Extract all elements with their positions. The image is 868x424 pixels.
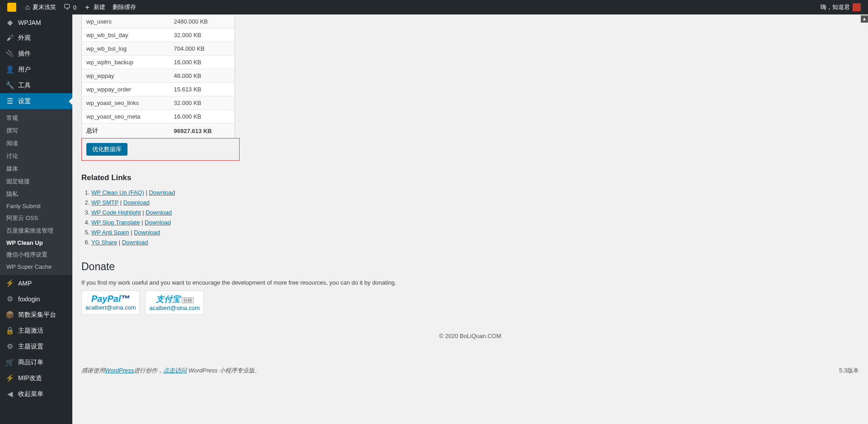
related-item: WP Code Highlight | Download: [91, 208, 859, 218]
table-row: wp_wpfm_backup16.000 KB: [82, 56, 235, 69]
download-link[interactable]: Download: [122, 239, 148, 246]
table-size-cell: 32.000 KB: [170, 29, 235, 42]
menu-label: MIP改造: [18, 374, 42, 382]
menu-收起菜单[interactable]: ◀收起菜单: [0, 386, 72, 402]
menu-主题设置[interactable]: ⚙主题设置: [0, 338, 72, 354]
plugin-link[interactable]: WP Anti Spam: [91, 229, 129, 236]
clear-cache-label: 删除缓存: [113, 3, 136, 11]
menu-外观[interactable]: 🖌外观: [0, 30, 72, 46]
bolt-icon: ⚡: [5, 374, 14, 382]
table-size-cell: 32.000 KB: [170, 96, 235, 110]
menu-设置[interactable]: ☰设置: [0, 93, 72, 109]
table-name-cell: wp_yoast_seo_links: [82, 96, 170, 110]
comments-count: 0: [73, 4, 76, 11]
greeting-text: 嗨，知道君: [821, 3, 850, 11]
plug-icon: 🔌: [5, 49, 14, 58]
submenu-微信小程序设置[interactable]: 微信小程序设置: [0, 248, 72, 261]
table-size-cell: 2480.000 KB: [170, 15, 235, 29]
submenu-常规[interactable]: 常规: [0, 112, 72, 124]
table-row: wp_users2480.000 KB: [82, 15, 235, 29]
menu-label: 主题激活: [18, 327, 43, 335]
submenu-讨论[interactable]: 讨论: [0, 150, 72, 162]
submenu-隐私[interactable]: 隐私: [0, 188, 72, 200]
wordpress-link[interactable]: WordPress: [105, 367, 134, 374]
submenu-阿里云 OSS[interactable]: 阿里云 OSS: [0, 212, 72, 224]
menu-foxlogin[interactable]: ⚙foxlogin: [0, 291, 72, 307]
download-link[interactable]: Download: [123, 199, 150, 206]
menu-主题激活[interactable]: 🔒主题激活: [0, 323, 72, 338]
submenu-百度搜索推送管理[interactable]: 百度搜索推送管理: [0, 224, 72, 237]
avatar-icon: [853, 3, 861, 11]
total-size: 96927.613 KB: [170, 124, 235, 138]
cart-icon: 🛒: [5, 358, 14, 367]
table-row: wp_yoast_seo_links32.000 KB: [82, 96, 235, 110]
table-name-cell: wp_wppay: [82, 69, 170, 83]
submenu-撰写[interactable]: 撰写: [0, 124, 72, 137]
site-name-menu[interactable]: ⌂夏末浅笑: [22, 0, 60, 14]
admin-sidebar: ◆WPJAM🖌外观🔌插件👤用户🔧工具☰设置 常规撰写阅读讨论媒体固定链接隐私Fa…: [0, 14, 72, 424]
table-size-cell: 16.000 KB: [170, 110, 235, 124]
plus-icon: ＋: [84, 4, 91, 11]
menu-WPJAM[interactable]: ◆WPJAM: [0, 14, 72, 30]
plugin-link[interactable]: WP SMTP: [91, 199, 118, 206]
menu-AMP[interactable]: ⚡AMP: [0, 275, 72, 291]
donate-alipay[interactable]: 支付宝捐赠 acalbert@sina.com: [145, 291, 203, 314]
plugin-link[interactable]: WP Code Highlight: [91, 209, 141, 216]
menu-MIP改造[interactable]: ⚡MIP改造: [0, 370, 72, 386]
related-item: WP Clean Up (FAQ) | Download: [91, 188, 859, 198]
visit-link[interactable]: 点击访问: [163, 367, 187, 374]
wordpress-logo-icon: [7, 3, 16, 12]
comments-menu[interactable]: 🗨0: [60, 0, 80, 14]
optimize-highlight: 优化数据库: [81, 138, 240, 161]
menu-label: 简数采集平台: [18, 311, 56, 319]
download-link[interactable]: Download: [145, 219, 171, 226]
donate-heading: Donate: [81, 261, 859, 273]
menu-label: 插件: [18, 50, 31, 58]
download-link[interactable]: Download: [146, 209, 172, 216]
table-size-cell: 48.000 KB: [170, 69, 235, 83]
site-title: 夏末浅笑: [33, 3, 56, 11]
menu-label: WPJAM: [18, 19, 41, 26]
table-row: wp_wb_bsl_log704.000 KB: [82, 42, 235, 56]
scroll-top-button[interactable]: ▲: [861, 15, 868, 23]
plugin-link[interactable]: YG Share: [91, 239, 117, 246]
submenu-媒体[interactable]: 媒体: [0, 162, 72, 175]
menu-插件[interactable]: 🔌插件: [0, 46, 72, 62]
download-link[interactable]: Download: [134, 229, 160, 236]
table-size-cell: 16.000 KB: [170, 56, 235, 69]
submenu-固定链接[interactable]: 固定链接: [0, 175, 72, 188]
box-icon: 📦: [5, 310, 14, 319]
table-name-cell: wp_wppay_order: [82, 83, 170, 96]
content-area: wp_users2480.000 KBwp_wb_bsl_day32.000 K…: [72, 14, 868, 424]
new-content-menu[interactable]: ＋新建: [80, 0, 109, 14]
submenu-WP Super Cache[interactable]: WP Super Cache: [0, 261, 72, 272]
download-link[interactable]: Download: [149, 189, 175, 196]
clear-cache-menu[interactable]: 删除缓存: [109, 0, 140, 14]
menu-商品订单[interactable]: 🛒商品订单: [0, 354, 72, 370]
alipay-email: acalbert@sina.com: [149, 305, 199, 311]
lock-icon: 🔒: [5, 326, 14, 335]
menu-用户[interactable]: 👤用户: [0, 62, 72, 77]
comment-icon: 🗨: [63, 4, 71, 11]
table-name-cell: wp_users: [82, 15, 170, 29]
submenu-Fanly Submit[interactable]: Fanly Submit: [0, 200, 72, 212]
my-account-menu[interactable]: 嗨，知道君: [817, 0, 864, 14]
menu-label: 外观: [18, 34, 31, 42]
plugin-link[interactable]: WP Slug Translate: [91, 219, 140, 226]
menu-工具[interactable]: 🔧工具: [0, 77, 72, 93]
donate-paypal[interactable]: PayPal™ acalbert@sina.com: [81, 291, 140, 314]
menu-简数采集平台[interactable]: 📦简数采集平台: [0, 307, 72, 323]
paypal-email: acalbert@sina.com: [85, 304, 136, 311]
submenu-WP Clean Up[interactable]: WP Clean Up: [0, 237, 72, 248]
plugin-link[interactable]: WP Clean Up (FAQ): [91, 189, 144, 196]
optimize-db-button[interactable]: 优化数据库: [86, 143, 127, 156]
menu-label: 工具: [18, 81, 31, 90]
menu-label: 收起菜单: [18, 390, 43, 398]
wp-logo-menu[interactable]: [4, 0, 22, 14]
menu-label: 商品订单: [18, 358, 43, 367]
brush-icon: 🖌: [5, 34, 14, 42]
wpjam-icon: ◆: [5, 18, 14, 27]
related-item: WP Anti Spam | Download: [91, 228, 859, 238]
submenu-阅读[interactable]: 阅读: [0, 137, 72, 150]
donate-buttons: PayPal™ acalbert@sina.com 支付宝捐赠 acalbert…: [81, 291, 859, 314]
